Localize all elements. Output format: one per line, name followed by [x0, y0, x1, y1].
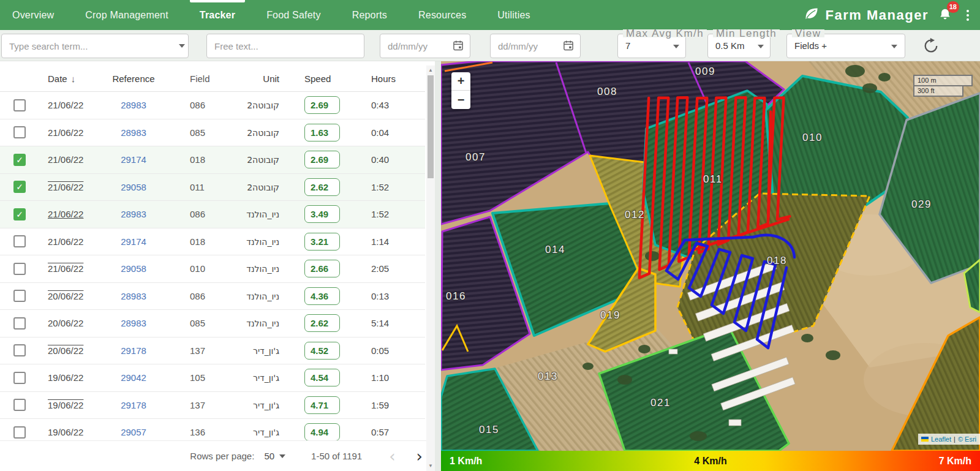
view-label: View: [792, 29, 824, 37]
zoom-in-button[interactable]: +: [451, 72, 470, 91]
row-unit: קובוטה2: [247, 183, 279, 192]
sort-desc-icon[interactable]: ↓: [71, 73, 76, 84]
tab-overview[interactable]: Overview: [12, 0, 54, 30]
row-checkbox[interactable]: [13, 290, 26, 302]
row-checkbox[interactable]: ✓: [13, 181, 26, 193]
table-body: 21/06/2228983086קובוטה22.690:4321/06/222…: [0, 92, 425, 440]
tab-tracker[interactable]: Tracker: [200, 0, 235, 30]
table-row: 21/06/2229058010ניו_הולנד2.662:05: [0, 255, 425, 283]
row-checkbox[interactable]: [13, 263, 26, 275]
column-speed[interactable]: Speed: [303, 73, 366, 84]
row-field: 137: [169, 400, 223, 410]
row-hours: 0:05: [366, 345, 425, 356]
row-reference-link[interactable]: 29058: [121, 263, 146, 274]
view-select[interactable]: View Fields +: [786, 34, 905, 58]
brand: Farm Manager 18: [803, 0, 971, 30]
row-checkbox[interactable]: [13, 126, 26, 138]
row-hours: 1:52: [366, 209, 425, 219]
row-unit: ניו_הולנד: [246, 209, 279, 219]
rows-per-page-select[interactable]: 50: [264, 451, 285, 461]
column-field[interactable]: Field: [169, 73, 223, 84]
field-label-012: 012: [625, 209, 645, 220]
row-field: 105: [169, 372, 223, 383]
tab-food-safety[interactable]: Food Safety: [266, 0, 320, 30]
table-row: 21/06/2228983086קובוטה22.690:43: [0, 92, 425, 119]
row-checkbox[interactable]: [13, 235, 26, 247]
tab-resources[interactable]: Resources: [418, 0, 466, 30]
scroll-up-icon[interactable]: ▲: [426, 67, 435, 73]
esri-link[interactable]: © Esri: [958, 435, 976, 443]
max-avg-kmh-select[interactable]: Max Avg Km/h 7: [617, 34, 686, 58]
date-to-input[interactable]: [490, 34, 581, 58]
row-reference-link[interactable]: 28983: [121, 209, 146, 219]
row-reference-link[interactable]: 29174: [121, 154, 146, 165]
satellite-map: 0070080090100110120140160180190130150210…: [441, 61, 980, 451]
scale-imperial: 300 ft: [913, 86, 963, 97]
zoom-out-button[interactable]: −: [451, 91, 470, 109]
column-date[interactable]: Date ↓: [39, 73, 98, 84]
row-date: 19/06/22: [48, 400, 83, 410]
map-viewport[interactable]: 0070080090100110120140160180190130150210…: [441, 61, 980, 451]
next-page-button[interactable]: ›: [413, 448, 426, 464]
row-checkbox[interactable]: [13, 372, 26, 384]
row-checkbox[interactable]: [13, 344, 26, 356]
row-date: 21/06/22: [48, 236, 83, 247]
row-field: 018: [169, 154, 223, 165]
row-date: 20/06/22: [48, 291, 83, 301]
scroll-down-icon[interactable]: ▼: [426, 463, 435, 469]
field-label-015: 015: [479, 424, 499, 435]
row-checkbox[interactable]: [13, 426, 26, 439]
row-reference-link[interactable]: 29058: [121, 182, 146, 192]
tab-reports[interactable]: Reports: [352, 0, 387, 30]
min-length-select[interactable]: Min Length 0.5 Km: [707, 34, 771, 58]
row-checkbox[interactable]: [13, 99, 26, 111]
tab-crop-management[interactable]: Crop Management: [85, 0, 168, 30]
column-unit[interactable]: Unit: [223, 73, 303, 84]
row-reference-link[interactable]: 29042: [121, 372, 146, 383]
row-reference-link[interactable]: 28983: [121, 318, 146, 328]
date-from-input[interactable]: [380, 34, 470, 58]
field-label-019: 019: [600, 309, 620, 321]
row-reference-link[interactable]: 28983: [121, 291, 146, 301]
scrollbar-thumb[interactable]: [428, 75, 434, 178]
row-hours: 0:13: [366, 291, 425, 301]
row-reference-link[interactable]: 28983: [121, 127, 146, 138]
row-checkbox[interactable]: [13, 317, 26, 330]
notifications-button[interactable]: 18: [938, 7, 952, 24]
row-reference-link[interactable]: 28983: [121, 100, 146, 110]
map-zoom-control: + −: [451, 72, 470, 109]
row-field: 085: [169, 318, 223, 328]
scale-metric: 100 m: [913, 75, 973, 86]
refresh-button[interactable]: [922, 37, 940, 55]
field-label-007: 007: [466, 151, 486, 163]
row-speed: 2.66: [304, 260, 340, 277]
row-hours: 1:59: [366, 400, 425, 410]
table-row: 19/06/2229042105ג'ון_דיר4.541:10: [0, 364, 425, 392]
free-text-input[interactable]: [206, 34, 364, 58]
row-reference-link[interactable]: 29178: [121, 400, 146, 410]
top-nav: OverviewCrop ManagementTrackerFood Safet…: [0, 0, 980, 30]
row-unit: ג'ון_דיר: [253, 428, 279, 437]
row-field: 010: [169, 263, 223, 274]
row-reference-link[interactable]: 29057: [121, 427, 146, 437]
row-reference-link[interactable]: 29174: [121, 236, 146, 247]
leaflet-link[interactable]: Leaflet: [931, 435, 951, 443]
previous-page-button[interactable]: ‹: [385, 448, 399, 464]
row-checkbox[interactable]: ✓: [13, 208, 26, 220]
column-reference[interactable]: Reference: [98, 73, 169, 84]
row-date: 21/06/22: [48, 100, 83, 110]
row-checkbox[interactable]: ✓: [13, 154, 26, 166]
table-scrollbar[interactable]: ▲ ▼: [426, 66, 435, 471]
field-label-008: 008: [597, 86, 617, 97]
row-reference-link[interactable]: 29178: [121, 345, 146, 356]
table-row: 20/06/2228983086ניו_הולנד4.360:13: [0, 283, 425, 311]
tab-utilities[interactable]: Utilities: [497, 0, 530, 30]
kebab-menu-button[interactable]: [964, 7, 971, 23]
speed-legend: 1 Km/h 4 Km/h 7 Km/h: [441, 451, 980, 471]
row-checkbox[interactable]: [13, 399, 26, 411]
row-unit: קובוטה2: [247, 128, 279, 138]
row-field: 086: [169, 209, 223, 219]
search-input[interactable]: [1, 34, 189, 58]
column-hours[interactable]: Hours: [366, 73, 425, 84]
row-speed: 3.49: [304, 205, 340, 223]
